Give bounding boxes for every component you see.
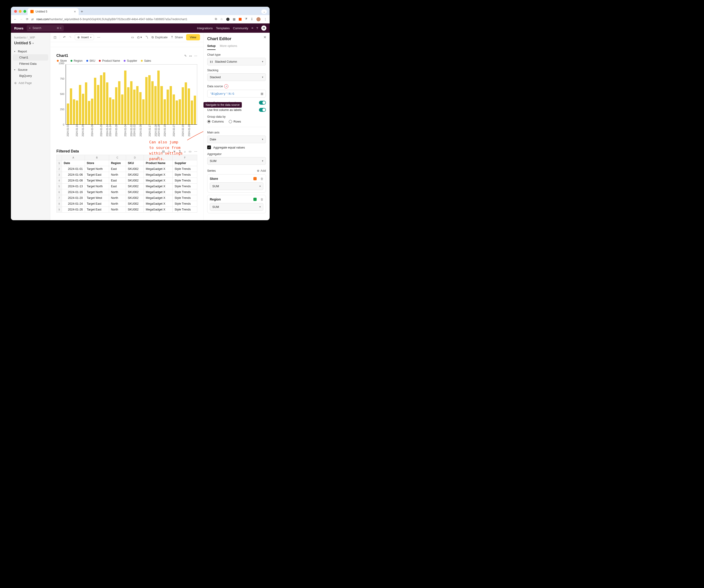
kebab-menu-icon[interactable]: ⋮ [264, 17, 267, 21]
navigate-to-source-button[interactable]: ↗ [224, 84, 228, 89]
chart-bar[interactable] [103, 72, 105, 124]
legend-item[interactable]: Sales [141, 59, 151, 62]
chart-bar[interactable] [154, 86, 157, 124]
user-avatar[interactable]: H [261, 25, 267, 31]
section-source[interactable]: ▾Source [13, 67, 48, 73]
chart-type-select[interactable]: ⫿⫿ Stacked Column▾ [207, 58, 266, 65]
chart-bar[interactable] [133, 90, 135, 124]
more-menu-icon[interactable]: ⋯ [97, 36, 100, 39]
legend-item[interactable]: SKU [86, 59, 95, 62]
site-settings-icon[interactable]: ⇄ [31, 18, 34, 21]
url-field[interactable]: rows.com/humberto/_wip/untitled-5-3myhGG… [37, 18, 212, 21]
global-search-input[interactable]: ⌖ Search ⌘ K [27, 25, 64, 31]
series-color-swatch[interactable] [253, 177, 257, 180]
breadcrumb[interactable]: humberto / _WIP [13, 36, 48, 39]
series-agg-select[interactable]: SUM▾ [210, 203, 263, 211]
help-icon[interactable]: ? [256, 26, 258, 30]
chart-comment-icon[interactable]: ▭ [189, 54, 192, 58]
chart-bar[interactable] [91, 99, 93, 124]
nav-integrations[interactable]: Integrations [197, 26, 213, 30]
profile-avatar-icon[interactable] [256, 17, 260, 21]
first-row-headers-toggle[interactable] [259, 101, 266, 105]
chart-bar[interactable] [139, 92, 141, 124]
data-table[interactable]: ABCDEF1DateStoreRegionSKUProduct NameSup… [56, 155, 197, 213]
tab-setup[interactable]: Setup [207, 44, 216, 50]
data-source-input[interactable]: 'BigQuery'!A:G ▦ [207, 90, 266, 98]
nav-community[interactable]: Community [233, 26, 248, 30]
chart-bar[interactable] [115, 87, 117, 124]
chart-bar[interactable] [151, 81, 154, 124]
history-icon[interactable]: ◴ ▾ [137, 36, 142, 39]
chart-bar[interactable] [179, 99, 181, 124]
trend-icon[interactable]: 〽 [145, 36, 148, 39]
edit-chart-icon[interactable]: ✎ [184, 54, 187, 58]
nav-templates[interactable]: Templates [216, 26, 230, 30]
nav-reload-icon[interactable]: ⟳ [26, 17, 28, 21]
series-agg-select[interactable]: SUM▾ [210, 182, 263, 190]
formula-bar[interactable] [50, 42, 203, 47]
table-row[interactable]: 22024-01-01Target NorthEastSKU002MegaGad… [57, 166, 197, 172]
chart-bar[interactable] [182, 87, 184, 124]
chart-bar[interactable] [67, 104, 69, 124]
table-row[interactable]: 72024-01-20Target WestNorthSKU002MegaGad… [57, 195, 197, 201]
chart-bar[interactable] [73, 99, 75, 124]
chart-bar[interactable] [157, 70, 160, 124]
chart-bar[interactable] [145, 77, 148, 124]
add-page-button[interactable]: ⊕ Add Page [13, 79, 48, 87]
table-row[interactable]: 82024-01-24Target EastNorthSKU002MegaGad… [57, 201, 197, 207]
chart-bar[interactable] [85, 82, 87, 124]
main-axis-select[interactable]: Date▾ [207, 135, 266, 143]
search-icon[interactable]: ⌕ [184, 150, 186, 153]
chart-bar[interactable] [176, 101, 178, 124]
chart-bar[interactable] [170, 86, 172, 124]
sidebar-item-chart1[interactable]: Chart1 [13, 54, 48, 61]
browser-tab[interactable]: Untitled 5 × [27, 8, 79, 15]
doc-title[interactable]: Untitled 5 ▾ [13, 39, 48, 49]
bookmark-star-icon[interactable]: ☆ [220, 17, 223, 21]
brand-logo[interactable]: Rows [14, 26, 23, 30]
panel-toggle-icon[interactable]: ◫ [54, 36, 56, 39]
chart-bar[interactable] [185, 82, 187, 124]
window-traffic-lights[interactable] [13, 10, 27, 15]
delete-series-icon[interactable]: 🗑 [260, 177, 263, 181]
chart-bar[interactable] [124, 70, 126, 124]
sidebar-item-bigquery[interactable]: BigQuery [13, 73, 48, 79]
downloads-icon[interactable]: ↧ [251, 17, 253, 21]
nav-back-icon[interactable]: ← [14, 18, 17, 21]
duplicate-button[interactable]: ⧉ Duplicate [152, 36, 168, 39]
table-row[interactable]: 42024-01-08Target WestEastSKU002MegaGadg… [57, 178, 197, 184]
share-button[interactable]: ⤒ Share [171, 36, 183, 39]
insert-button[interactable]: ⊕ Insert ▾ [75, 34, 94, 40]
open-external-icon[interactable]: ⧉ [215, 17, 217, 21]
tab-more-options[interactable]: More options [220, 44, 237, 50]
aggregator-select[interactable]: SUM▾ [207, 157, 266, 165]
chart-bar[interactable] [136, 86, 138, 124]
close-tab-icon[interactable]: × [74, 10, 76, 13]
chart-bar[interactable] [100, 75, 102, 124]
chart-bar[interactable] [188, 89, 190, 124]
table-row[interactable]: 62024-01-16Target NorthNorthSKU002MegaGa… [57, 189, 197, 195]
table-comment-icon[interactable]: ▭ [189, 150, 191, 153]
chart-bar[interactable] [79, 85, 81, 124]
chart-bar[interactable] [121, 95, 123, 124]
sidebar-item-filtered-data[interactable]: Filtered Data [13, 61, 48, 67]
table-row[interactable]: 32024-01-06Target EastNorthSKU002MegaGad… [57, 172, 197, 178]
first-col-labels-toggle[interactable] [259, 108, 266, 112]
ext-icon-3[interactable] [239, 18, 242, 21]
chart-bar[interactable] [112, 99, 114, 124]
close-panel-icon[interactable]: ✕ [263, 35, 267, 40]
chart-bar[interactable] [167, 90, 169, 124]
series-color-swatch[interactable] [253, 198, 257, 201]
legend-item[interactable]: Product Name [99, 59, 120, 62]
comment-icon[interactable]: ▭ [131, 36, 134, 39]
aggregate-checkbox[interactable]: ✓ [207, 145, 211, 149]
range-picker-icon[interactable]: ▦ [260, 92, 263, 95]
chart-bar[interactable] [127, 87, 129, 124]
chart-bar[interactable] [173, 95, 175, 124]
group-by-rows-radio[interactable]: Rows [229, 120, 241, 123]
table-more-icon[interactable]: ⋯ [194, 150, 197, 153]
chart-bar[interactable] [82, 94, 84, 124]
chart-bar[interactable] [70, 89, 72, 124]
chart-bar[interactable] [109, 98, 111, 124]
chart-bar[interactable] [148, 75, 151, 124]
